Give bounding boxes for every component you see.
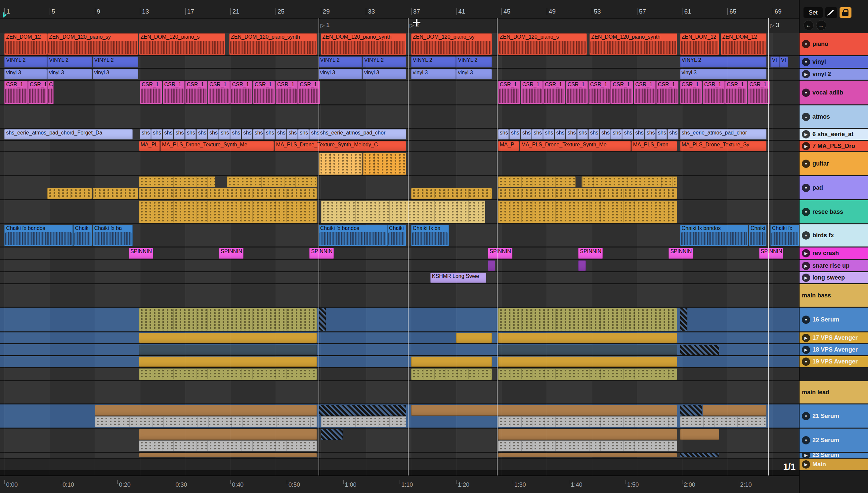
clip[interactable]: SPINNIN	[668, 248, 693, 259]
clip[interactable]: VINYL 2	[411, 57, 456, 67]
clip[interactable]: shs_eerie_atmos_pad_chor	[680, 129, 766, 140]
clip[interactable]: shs	[253, 129, 264, 140]
clip[interactable]	[411, 405, 677, 416]
clip[interactable]	[321, 429, 343, 440]
track-header-guitar[interactable]: ▾guitar	[800, 152, 868, 175]
clip[interactable]: ZEN_DOM_120_piano_synth	[589, 34, 677, 55]
clip[interactable]	[139, 333, 317, 343]
clip[interactable]: CSR_1	[634, 81, 656, 104]
play-icon[interactable]: ▶	[802, 274, 810, 282]
track-header-17-vps-avenger[interactable]: ▶17 VPS Avenger	[800, 333, 868, 343]
clip[interactable]: Chaiki	[74, 225, 92, 246]
draw-mode-pencil-icon[interactable]	[825, 7, 837, 18]
scrub-area[interactable]: ▷1▷2▷3	[0, 19, 799, 34]
clip[interactable]: ZEN_DOM_120_piano_synth	[321, 34, 406, 55]
clip[interactable]	[498, 368, 677, 380]
clip[interactable]: shs	[230, 129, 241, 140]
clip[interactable]: VI	[779, 57, 788, 67]
track-header-main-bass[interactable]: main bass	[800, 284, 868, 307]
back-arrow-icon[interactable]: ←	[804, 20, 814, 30]
clip[interactable]	[139, 357, 317, 367]
clip[interactable]: shs	[634, 129, 645, 140]
clip[interactable]	[411, 368, 492, 380]
clip[interactable]: ZEN_DOM_12	[721, 34, 767, 55]
clip[interactable]: KSHMR Long Swee	[430, 273, 486, 283]
clip[interactable]: Chaiki fx	[770, 225, 799, 246]
clip[interactable]: vinyl 3	[93, 69, 139, 79]
clip[interactable]	[498, 308, 677, 331]
clip[interactable]: Chaiki fx bandos	[4, 225, 73, 246]
clip[interactable]	[139, 368, 317, 380]
clip[interactable]: C	[47, 81, 54, 104]
clip[interactable]: SPINNIN	[759, 248, 784, 259]
clip[interactable]	[93, 188, 139, 199]
chevron-down-icon[interactable]: ▾	[802, 436, 810, 445]
track-header-snare-rise-up[interactable]: ▶snare rise up	[800, 260, 868, 271]
clip[interactable]	[498, 333, 677, 343]
clip[interactable]	[321, 416, 406, 427]
clip[interactable]: VINYL 2	[363, 57, 406, 67]
chevron-down-icon[interactable]: ▾	[802, 231, 810, 240]
clip[interactable]	[498, 200, 677, 223]
clip[interactable]	[363, 153, 406, 175]
clip[interactable]	[498, 453, 677, 457]
clip[interactable]	[139, 188, 317, 199]
clip[interactable]: shs	[219, 129, 230, 140]
track-header-18-vps-avenger[interactable]: ▶18 VPS Avenger	[800, 344, 868, 355]
track-header-vinyl-2[interactable]: ▶vinyl 2	[800, 69, 868, 80]
clip[interactable]	[703, 405, 766, 416]
clip[interactable]: ZEN_DOM_12	[680, 34, 719, 55]
track-header-16-serum[interactable]: ▾16 Serum	[800, 308, 868, 331]
clip[interactable]: shs	[208, 129, 219, 140]
clip[interactable]	[47, 188, 92, 199]
clip[interactable]: shs	[588, 129, 599, 140]
clip[interactable]: Chaiki fx ba	[93, 225, 133, 246]
clip[interactable]: CSR_1	[588, 81, 611, 104]
clip[interactable]: CSR_1	[543, 81, 565, 104]
clip[interactable]	[456, 333, 492, 343]
chevron-down-icon[interactable]: ▾	[802, 58, 810, 66]
clip[interactable]: shs	[287, 129, 298, 140]
clip[interactable]: shs	[622, 129, 633, 140]
track-header-atmos[interactable]: ≡atmos	[800, 105, 868, 128]
clip[interactable]	[680, 429, 719, 440]
clip[interactable]: SPINNIN	[219, 248, 243, 259]
clip[interactable]: CSR_1	[298, 81, 320, 104]
track-header-piano[interactable]: ▾piano	[800, 33, 868, 55]
locator-marker[interactable]: ▷3	[770, 21, 779, 29]
clip[interactable]: shs	[521, 129, 531, 140]
clip[interactable]: shs	[577, 129, 588, 140]
clip[interactable]: CSR_1	[140, 81, 162, 104]
clip[interactable]: CSR_1	[163, 81, 185, 104]
play-icon[interactable]: ▶	[802, 70, 810, 78]
clip[interactable]: shs	[163, 129, 174, 140]
clip[interactable]: CSR_1	[748, 81, 770, 104]
clip[interactable]: shs_eerie_atmos_pad_chor	[319, 129, 406, 140]
track-header-main[interactable]: ▶Main	[800, 459, 868, 470]
chevron-down-icon[interactable]: ▾	[802, 184, 810, 192]
clip[interactable]: shs_eerie_atmos_pad_chord_Forget_Da	[4, 129, 133, 140]
clip[interactable]: Chaiki fx bandos	[680, 225, 749, 246]
clip[interactable]	[139, 453, 317, 457]
clip[interactable]: MA_PL	[139, 141, 160, 151]
clip[interactable]: MA_P	[498, 141, 519, 151]
clip[interactable]: shs	[600, 129, 611, 140]
clip[interactable]: CSR_1	[208, 81, 230, 104]
clip[interactable]	[319, 405, 406, 416]
clip[interactable]: VINYL 2	[47, 57, 92, 67]
clip[interactable]	[139, 308, 317, 331]
clip[interactable]: SPINNIN	[309, 248, 334, 259]
clip[interactable]: CSR_1	[185, 81, 207, 104]
clip[interactable]: shs	[532, 129, 543, 140]
lines-icon[interactable]: ≡	[802, 113, 810, 121]
play-icon[interactable]: ▶	[802, 262, 810, 270]
clip[interactable]: shs	[298, 129, 309, 140]
clip[interactable]: CSR_1	[4, 81, 27, 104]
time-ruler[interactable]: 0:000:100:200:300:400:501:001:101:201:30…	[0, 476, 799, 493]
clip[interactable]	[139, 200, 317, 223]
clip[interactable]: VINYL 2	[93, 57, 139, 67]
clip[interactable]: shs	[264, 129, 275, 140]
clip[interactable]	[95, 405, 317, 416]
clip[interactable]: SPINNIN	[129, 248, 153, 259]
clip[interactable]: VINYL 2	[456, 57, 492, 67]
